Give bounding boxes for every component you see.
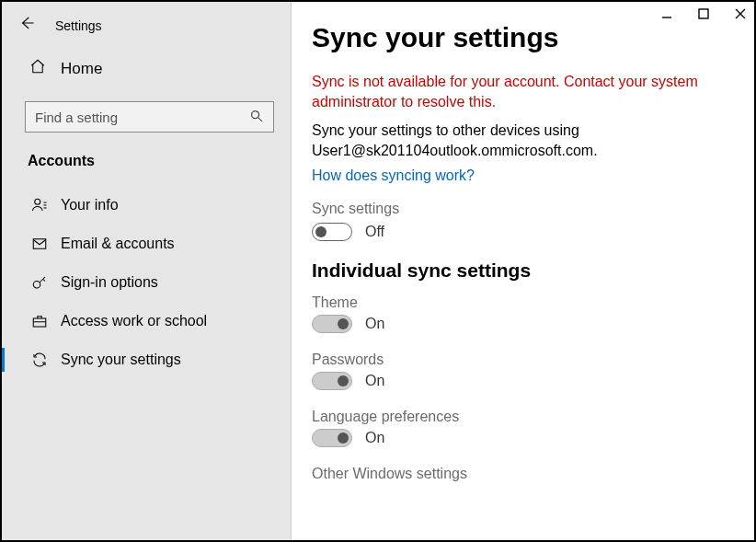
search-box[interactable] (25, 101, 274, 133)
sync-info-message: Sync your settings to other devices usin… (312, 121, 735, 160)
passwords-label: Passwords (312, 352, 738, 368)
sidebar-item-sign-in-options[interactable]: Sign-in options (2, 263, 291, 302)
sidebar-item-sync-settings[interactable]: Sync your settings (2, 340, 291, 379)
maximize-button[interactable] (697, 7, 710, 23)
sidebar-item-your-info[interactable]: Your info (2, 186, 291, 225)
sync-toggle-state: Off (365, 224, 384, 240)
sidebar-item-label: Access work or school (61, 313, 207, 329)
home-label: Home (61, 60, 102, 78)
language-toggle-state: On (365, 430, 384, 446)
language-toggle[interactable] (312, 429, 352, 447)
sidebar-item-email-accounts[interactable]: Email & accounts (2, 225, 291, 263)
theme-toggle-state: On (365, 316, 384, 332)
svg-rect-2 (33, 239, 46, 249)
key-icon (29, 274, 50, 291)
sidebar: Settings Home Accounts Your info Email &… (2, 2, 292, 540)
sync-help-link[interactable]: How does syncing work? (312, 167, 475, 184)
svg-rect-5 (699, 9, 708, 18)
main-panel: Sync your settings Sync is not available… (292, 2, 754, 540)
sidebar-section-label: Accounts (2, 133, 291, 186)
sidebar-item-label: Email & accounts (61, 236, 175, 252)
theme-label: Theme (312, 294, 738, 311)
search-input[interactable] (35, 110, 249, 125)
app-title: Settings (55, 18, 102, 33)
sync-error-message: Sync is not available for your account. … (312, 72, 735, 111)
page-title: Sync your settings (312, 22, 738, 53)
sidebar-item-label: Sync your settings (61, 352, 181, 368)
other-windows-label: Other Windows settings (312, 466, 738, 482)
theme-toggle[interactable] (312, 315, 352, 333)
svg-rect-4 (33, 318, 46, 327)
person-icon (29, 197, 50, 213)
sync-toggle-label: Sync settings (312, 201, 738, 217)
svg-point-3 (33, 282, 40, 289)
home-nav[interactable]: Home (2, 49, 291, 88)
briefcase-icon (29, 313, 50, 329)
sidebar-item-access-work-school[interactable]: Access work or school (2, 302, 291, 340)
search-icon (249, 109, 264, 126)
sync-toggle[interactable] (312, 223, 352, 241)
mail-icon (29, 236, 50, 252)
back-button[interactable] (18, 15, 35, 36)
individual-heading: Individual sync settings (312, 259, 738, 282)
sidebar-item-label: Sign-in options (61, 274, 158, 291)
svg-point-0 (252, 110, 259, 118)
language-label: Language preferences (312, 409, 738, 425)
sync-icon (29, 352, 50, 368)
sidebar-item-label: Your info (61, 197, 119, 213)
minimize-button[interactable] (660, 7, 673, 23)
passwords-toggle-state: On (365, 373, 384, 389)
home-icon (29, 58, 46, 79)
close-button[interactable] (734, 7, 747, 23)
passwords-toggle[interactable] (312, 372, 352, 390)
svg-point-1 (35, 199, 40, 204)
